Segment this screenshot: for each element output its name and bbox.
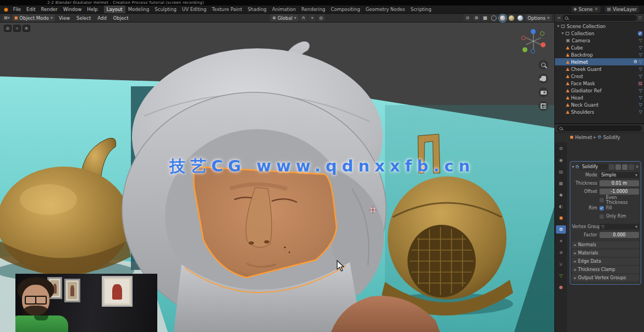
realtime-toggle[interactable] <box>622 164 628 170</box>
properties-tab-output[interactable]: ▤ <box>556 168 566 176</box>
workspace-tab-scripting[interactable]: Scripting <box>408 5 434 13</box>
properties-tab-tool[interactable]: ⚙ <box>556 145 566 153</box>
select-box-tool[interactable]: ⊞ <box>4 25 12 32</box>
properties-tab-world[interactable]: ◐ <box>556 202 566 211</box>
gizmo-y-axis[interactable] <box>522 47 527 52</box>
expand-icon[interactable]: ▾ <box>572 165 574 169</box>
section-edge-data[interactable]: ▸ Edge Data <box>572 258 639 265</box>
menu-add[interactable]: Add <box>95 14 109 22</box>
properties-tab-scene[interactable]: ◆ <box>556 191 566 199</box>
outliner-row-helmet[interactable]: ▲ Helmet ⚙ ▽ <box>555 58 644 65</box>
vertex-group-field[interactable]: ▽ ▾ <box>599 224 639 230</box>
camera-view-button[interactable] <box>538 87 548 97</box>
helmet-model[interactable] <box>122 41 386 332</box>
outliner-row-scene-collection[interactable]: ▾ ▢ Scene Collection <box>555 23 644 30</box>
gizmo-z-axis[interactable] <box>531 29 536 34</box>
modifier-name-field[interactable]: Solidify <box>580 164 608 170</box>
mode-dropdown[interactable]: Simple ▾ <box>599 172 639 178</box>
edit-mode-toggle[interactable] <box>615 164 621 170</box>
workspace-tab-layout[interactable]: Layout <box>104 5 125 13</box>
expand-icon[interactable]: ▾ <box>557 24 559 29</box>
menu-file[interactable]: File <box>10 5 24 13</box>
outliner-row-neck-guard[interactable]: ▲ Neck Guard ▽ <box>555 101 644 108</box>
workspace-tab-compositing[interactable]: Compositing <box>328 5 363 13</box>
xray-toggle[interactable]: ▩ <box>481 14 489 21</box>
unlink-scene-icon[interactable]: × <box>595 7 598 12</box>
render-toggle[interactable] <box>629 164 634 170</box>
show-overlays-toggle[interactable]: ⊚ <box>472 14 480 21</box>
snap-settings-dropdown[interactable]: ▾ <box>309 14 316 21</box>
viewport-3d[interactable]: ⊞ + ✥ 技艺CG www.qdnxxfb.cn <box>0 23 554 332</box>
outliner-row-head[interactable]: ▲ Head ▽ <box>555 94 644 101</box>
menu-select[interactable]: Select <box>74 14 93 22</box>
navigation-gizmo[interactable] <box>521 29 546 53</box>
outliner-filter-icon[interactable]: ▽ <box>639 16 642 20</box>
workspace-tab-shading[interactable]: Shading <box>245 5 269 13</box>
section-output-vertex-groups[interactable]: ▸ Output Vertex Groups <box>572 274 639 281</box>
properties-tab-render[interactable]: ◉ <box>556 156 566 164</box>
shading-options-dropdown[interactable]: Options ▾ <box>525 14 552 21</box>
section-materials[interactable]: ▸ Materials <box>572 250 639 257</box>
mode-dropdown[interactable]: ◼ Object Mode ▾ <box>12 14 55 21</box>
view-layer-selector[interactable]: ▦ ViewLayer <box>605 6 639 13</box>
collection-checkbox[interactable]: ✓ <box>638 31 642 36</box>
gizmo-y-neg-axis[interactable] <box>540 31 544 36</box>
offset-field[interactable]: -1.0000 <box>599 189 639 195</box>
transform-orientation-dropdown[interactable]: ⊕ Global ▾ <box>270 14 299 21</box>
properties-tab-modifiers[interactable]: ⚙ <box>556 225 566 234</box>
properties-tab-particles[interactable]: ∗ <box>556 237 566 245</box>
workspace-tab-sculpting[interactable]: Sculpting <box>152 5 179 13</box>
menu-edit[interactable]: Edit <box>24 5 38 13</box>
cursor-tool[interactable]: + <box>13 25 21 32</box>
shading-solid-button[interactable] <box>499 14 507 21</box>
properties-tab-object[interactable]: ◼ <box>556 214 566 222</box>
properties-search[interactable] <box>557 125 642 131</box>
close-icon[interactable]: × <box>635 165 639 169</box>
shading-rendered-button[interactable] <box>516 14 524 21</box>
properties-search-input[interactable] <box>564 126 640 131</box>
menu-window[interactable]: Window <box>60 5 85 13</box>
gizmo-x-neg-axis[interactable] <box>521 36 526 40</box>
outliner-row-camera[interactable]: ▣ Camera ▽ <box>555 37 644 44</box>
rim-fill-checkbox[interactable]: ✓ <box>599 206 604 211</box>
properties-tab-material[interactable]: ● <box>556 283 566 291</box>
properties-tab-physics[interactable]: ⊛ <box>556 248 566 257</box>
even-thickness-checkbox[interactable] <box>599 198 604 202</box>
workspace-tab-animation[interactable]: Animation <box>269 5 299 13</box>
menu-help[interactable]: Help <box>84 5 100 13</box>
gizmo-z-neg-axis[interactable] <box>531 49 535 53</box>
workspace-tab-uv-editing[interactable]: UV Editing <box>179 5 209 13</box>
outliner-row-backdrop[interactable]: ▲ Backdrop ▽ <box>555 51 644 58</box>
menu-view[interactable]: View <box>56 14 73 22</box>
editor-type-button[interactable]: ⊞ ▾ <box>3 14 11 21</box>
properties-tab-constraints[interactable]: ∪ <box>556 260 566 268</box>
outliner-row-shoulders[interactable]: ▲ Shoulders ▽ <box>555 108 644 115</box>
shading-wireframe-button[interactable] <box>490 14 498 21</box>
outliner-row-crest[interactable]: ▲ Crest ▽ <box>555 73 644 80</box>
outliner-filter-menu-icon[interactable]: ≡ <box>557 16 561 20</box>
pan-button[interactable] <box>538 74 548 84</box>
outliner-search-input[interactable] <box>570 15 635 20</box>
outliner-row-collection[interactable]: ▾ ▢ Collection ✓ <box>555 30 644 37</box>
properties-tab-view-layer[interactable]: ▦ <box>556 179 566 187</box>
scene-selector[interactable]: ◆ Scene × <box>571 6 601 13</box>
workspace-tab-geometry-nodes[interactable]: Geometry Nodes <box>363 5 408 13</box>
workspace-tab-texture-paint[interactable]: Texture Paint <box>209 5 245 13</box>
snap-toggle[interactable]: ∩ <box>300 14 307 21</box>
properties-tab-data[interactable]: ▽ <box>556 272 566 280</box>
expand-icon[interactable]: ▾ <box>562 31 564 36</box>
ortho-toggle-button[interactable] <box>538 101 548 111</box>
show-gizmo-toggle[interactable]: ⊙ <box>464 14 471 21</box>
outliner-row-cheek-guard[interactable]: ▲ Cheek Guard ▽ <box>555 65 644 73</box>
move-tool[interactable]: ✥ <box>23 25 30 32</box>
menu-object[interactable]: Object <box>111 14 131 22</box>
on-cage-toggle[interactable] <box>609 164 614 170</box>
breadcrumb-object[interactable]: Helmet <box>575 135 592 140</box>
blender-logo-icon[interactable]: ● <box>4 7 8 12</box>
factor-field[interactable]: 0.000 <box>599 232 639 238</box>
breadcrumb-modifier[interactable]: Solidify <box>603 135 620 140</box>
outliner-row-face-mask[interactable]: ▲ Face Mask ▨ <box>555 80 644 87</box>
thickness-field[interactable]: 0.01 m <box>599 180 639 186</box>
zoom-button[interactable] <box>538 60 548 70</box>
workspace-tab-rendering[interactable]: Rendering <box>299 5 328 13</box>
